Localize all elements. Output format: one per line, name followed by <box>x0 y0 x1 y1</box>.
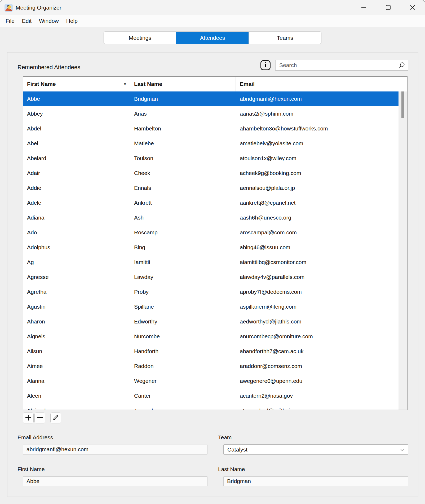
last-name-input[interactable] <box>223 476 408 486</box>
table-row[interactable]: AgIamittiiaiamittiibq@csmonitor.com <box>23 255 399 270</box>
table-cell-first-name: Agustin <box>23 299 130 314</box>
table-row[interactable]: AlejandraTancockatancocknd@miitbeian.gov… <box>23 403 399 410</box>
menu-item-edit[interactable]: Edit <box>18 15 35 27</box>
table-cell-last-name: Handforth <box>130 344 236 359</box>
table-row[interactable]: AleenCanteracantern2@nasa.gov <box>23 388 399 403</box>
table-cell-first-name: Aleen <box>23 388 130 403</box>
menu-item-file[interactable]: File <box>2 15 18 27</box>
table-cell-first-name: Addie <box>23 181 130 195</box>
team-selected-value: Catalyst <box>227 446 247 453</box>
add-attendee-button[interactable] <box>23 413 34 423</box>
table-cell-first-name: Adele <box>23 195 130 210</box>
tab-meetings[interactable]: Meetings <box>104 32 176 44</box>
table-row[interactable]: AharonEdworthyaedworthycl@jiathis.com <box>23 314 399 329</box>
minimize-button[interactable] <box>352 0 376 15</box>
maximize-icon <box>386 5 391 11</box>
table-cell-email: abridgmanfi@hexun.com <box>236 91 399 106</box>
table-row[interactable]: AdeleAnkrettaankrettj8@cpanel.net <box>23 195 399 210</box>
table-row[interactable]: AdairCheekacheek9g@booking.com <box>23 166 399 181</box>
table-row[interactable]: AbelardToulsonatoulson1x@wiley.com <box>23 151 399 166</box>
table-cell-first-name: Ag <box>23 255 130 270</box>
info-button[interactable]: i <box>260 60 271 70</box>
menu-item-help[interactable]: Help <box>63 15 81 27</box>
table-cell-last-name: Spillane <box>130 299 236 314</box>
table-cell-first-name: Adiana <box>23 210 130 225</box>
table-row[interactable]: AdianaAshaash6h@unesco.org <box>23 210 399 225</box>
table-row[interactable]: AbbeBridgmanabridgmanfi@hexun.com <box>23 91 399 106</box>
table-cell-last-name: Ennals <box>130 181 236 195</box>
table-header: First Name ▼ Last Name Email <box>23 77 407 91</box>
table-cell-email: aspillanern@ifeng.com <box>236 299 399 314</box>
sort-descending-icon: ▼ <box>123 82 127 86</box>
table-cell-email: aproby7f@dedecms.com <box>236 284 399 299</box>
first-name-input[interactable] <box>23 476 207 486</box>
table-row[interactable]: AbdelHambeltonahambelton3o@howstuffworks… <box>23 121 399 136</box>
table-cell-last-name: Canter <box>130 388 236 403</box>
tab-attendees[interactable]: Attendees <box>176 32 249 44</box>
search-icon <box>398 62 405 69</box>
titlebar: Meeting Organizer <box>0 0 425 15</box>
first-name-label: First Name <box>17 466 45 472</box>
column-header-last-name[interactable]: Last Name <box>130 77 236 91</box>
window-controls <box>352 0 425 15</box>
table-cell-email: alawday4v@parallels.com <box>236 270 399 284</box>
table-cell-email: aroscampal@com.com <box>236 225 399 240</box>
email-address-label: Email Address <box>17 434 53 441</box>
table-cell-email: anurcombecp@omniture.com <box>236 329 399 344</box>
team-dropdown[interactable]: Catalyst <box>223 444 408 455</box>
table-cell-last-name: Matiebe <box>130 136 236 151</box>
table-row[interactable]: AilsunHandforthahandforthh7@cam.ac.uk <box>23 344 399 359</box>
table-cell-last-name: Roscamp <box>130 225 236 240</box>
table-cell-first-name: Abdel <box>23 121 130 136</box>
table-row[interactable]: AgrethaProbyaproby7f@dedecms.com <box>23 284 399 299</box>
table-cell-last-name: Hambelton <box>130 121 236 136</box>
table-row[interactable]: AgustinSpillaneaspillanern@ifeng.com <box>23 299 399 314</box>
chevron-down-icon <box>400 447 405 452</box>
table-row[interactable]: AddieEnnalsaennalsou@plala.or.jp <box>23 181 399 195</box>
tab-teams[interactable]: Teams <box>249 32 321 44</box>
table-cell-last-name: Wegener <box>130 374 236 388</box>
table-row[interactable]: AigneisNurcombeanurcombecp@omniture.com <box>23 329 399 344</box>
edit-attendee-button[interactable] <box>50 413 61 423</box>
table-cell-email: aiamittiibq@csmonitor.com <box>236 255 399 270</box>
maximize-button[interactable] <box>376 0 400 15</box>
column-header-email[interactable]: Email <box>236 77 407 91</box>
table-cell-first-name: Agnesse <box>23 270 130 284</box>
search-input[interactable] <box>276 60 408 71</box>
attendees-table: First Name ▼ Last Name Email AbbeBridgma… <box>23 76 408 410</box>
remove-attendee-button[interactable] <box>34 413 45 423</box>
last-name-label: Last Name <box>218 466 245 472</box>
table-row[interactable]: AgnesseLawdayalawday4v@parallels.com <box>23 270 399 284</box>
table-row[interactable]: AimeeRaddonaraddonr@comsenz.com <box>23 359 399 374</box>
table-body: AbbeBridgmanabridgmanfi@hexun.comAbbeyAr… <box>23 91 407 410</box>
email-address-input[interactable] <box>23 445 207 454</box>
table-cell-last-name: Proby <box>130 284 236 299</box>
table-cell-first-name: Aimee <box>23 359 130 374</box>
table-row[interactable]: AdoRoscamparoscampal@com.com <box>23 225 399 240</box>
close-button[interactable] <box>400 0 425 15</box>
table-cell-last-name: Arias <box>130 106 236 121</box>
table-scrollbar[interactable] <box>399 91 407 410</box>
table-cell-first-name: Alanna <box>23 374 130 388</box>
minus-icon <box>36 414 44 422</box>
app-window: Meeting Organizer File Edit Window <box>0 0 425 504</box>
table-row[interactable]: AdolphusBingabing46@issuu.com <box>23 240 399 255</box>
column-header-first-name[interactable]: First Name ▼ <box>23 77 130 91</box>
table-cell-last-name: Lawday <box>130 270 236 284</box>
pencil-icon <box>52 414 59 422</box>
minimize-icon <box>361 5 366 11</box>
team-label: Team <box>218 434 232 441</box>
table-cell-email: awegenere0@upenn.edu <box>236 374 399 388</box>
search-box <box>275 60 408 71</box>
table-row[interactable]: AlannaWegenerawegenere0@upenn.edu <box>23 374 399 388</box>
table-cell-email: acheek9g@booking.com <box>236 166 399 181</box>
table-cell-email: ahambelton3o@howstuffworks.com <box>236 121 399 136</box>
table-cell-last-name: Ankrett <box>130 195 236 210</box>
scrollbar-thumb[interactable] <box>401 91 404 118</box>
table-cell-last-name: Bing <box>130 240 236 255</box>
table-cell-last-name: Nurcombe <box>130 329 236 344</box>
table-row[interactable]: AbelMatiebeamatiebeiv@yolasite.com <box>23 136 399 151</box>
menu-item-window[interactable]: Window <box>35 15 63 27</box>
table-cell-email: ahandforthh7@cam.ac.uk <box>236 344 399 359</box>
table-row[interactable]: AbbeyAriasaarias2i@sphinn.com <box>23 106 399 121</box>
